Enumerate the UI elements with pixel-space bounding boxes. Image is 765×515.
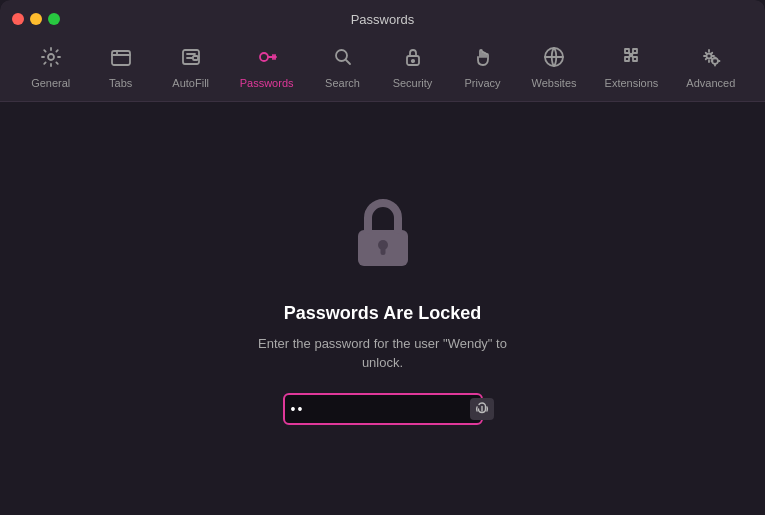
password-input-row[interactable] [283, 393, 483, 425]
hand-icon [472, 46, 494, 73]
advanced-gear-icon [700, 46, 722, 73]
svg-point-0 [48, 54, 54, 60]
tab-autofill-label: AutoFill [172, 77, 209, 89]
extensions-icon [620, 46, 642, 73]
svg-point-5 [336, 50, 347, 61]
tab-search-label: Search [325, 77, 360, 89]
tab-privacy[interactable]: Privacy [448, 42, 518, 93]
locked-subtitle: Enter the password for the user "Wendy" … [258, 334, 507, 373]
minimize-button[interactable] [30, 13, 42, 25]
lock-icon [338, 185, 428, 275]
touch-id-button[interactable] [470, 398, 494, 420]
svg-rect-2 [183, 50, 199, 64]
tab-privacy-label: Privacy [464, 77, 500, 89]
globe-icon [543, 46, 565, 73]
tab-security[interactable]: Security [378, 42, 448, 93]
tab-websites[interactable]: Websites [518, 42, 591, 93]
traffic-lights [12, 13, 60, 25]
locked-title: Passwords Are Locked [284, 303, 481, 324]
tab-advanced-label: Advanced [686, 77, 735, 89]
toolbar: General Tabs AutoFill P [0, 38, 765, 102]
security-icon [402, 46, 424, 73]
close-button[interactable] [12, 13, 24, 25]
tab-passwords[interactable]: Passwords [226, 42, 308, 93]
tab-tabs-label: Tabs [109, 77, 132, 89]
tab-search[interactable]: Search [308, 42, 378, 93]
tabs-icon [110, 46, 132, 73]
svg-rect-1 [112, 51, 130, 65]
svg-point-4 [260, 53, 268, 61]
tab-websites-label: Websites [532, 77, 577, 89]
tab-autofill[interactable]: AutoFill [156, 42, 226, 93]
search-icon [332, 46, 354, 73]
gear-icon [40, 46, 62, 73]
autofill-icon [180, 46, 202, 73]
tab-advanced[interactable]: Advanced [672, 42, 749, 93]
svg-rect-3 [193, 56, 198, 60]
tab-general-label: General [31, 77, 70, 89]
titlebar: Passwords [0, 0, 765, 38]
tab-extensions[interactable]: Extensions [591, 42, 673, 93]
svg-rect-13 [380, 247, 385, 255]
tab-security-label: Security [393, 77, 433, 89]
password-input[interactable] [291, 401, 466, 417]
tab-extensions-label: Extensions [605, 77, 659, 89]
lock-icon-container [338, 185, 428, 279]
fullscreen-button[interactable] [48, 13, 60, 25]
main-content: Passwords Are Locked Enter the password … [0, 102, 765, 507]
key-icon [256, 46, 278, 73]
svg-point-7 [411, 60, 413, 62]
tab-general[interactable]: General [16, 42, 86, 93]
tab-passwords-label: Passwords [240, 77, 294, 89]
tab-tabs[interactable]: Tabs [86, 42, 156, 93]
window-title: Passwords [351, 12, 415, 27]
